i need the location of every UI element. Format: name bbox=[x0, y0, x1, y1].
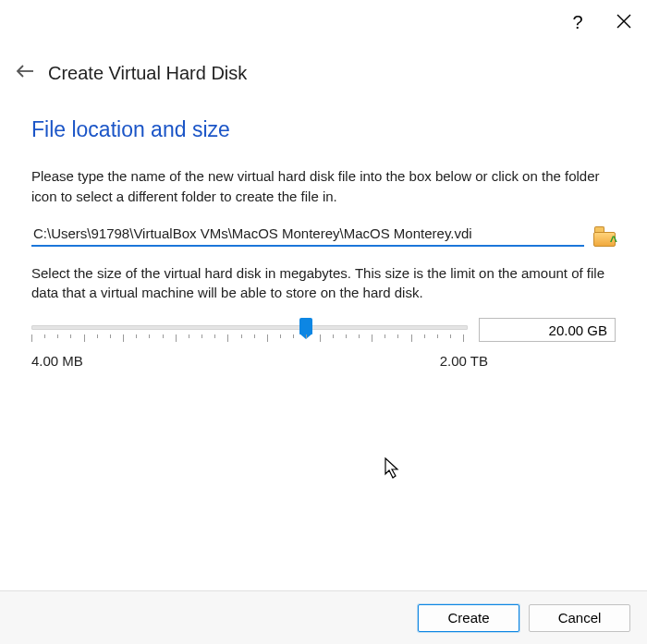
close-button[interactable] bbox=[614, 13, 634, 31]
size-max-label: 2.00 TB bbox=[440, 353, 488, 369]
section-title: File location and size bbox=[31, 117, 616, 142]
browse-folder-button[interactable]: ^ bbox=[593, 226, 616, 247]
size-instruction: Select the size of the virtual hard disk… bbox=[31, 263, 616, 304]
cursor-icon bbox=[385, 457, 403, 480]
size-slider[interactable] bbox=[31, 318, 468, 349]
slider-ticks bbox=[31, 334, 468, 342]
size-min-label: 4.00 MB bbox=[31, 353, 83, 369]
size-row bbox=[31, 318, 616, 349]
dialog-footer: Create Cancel bbox=[0, 590, 647, 644]
create-button[interactable]: Create bbox=[418, 604, 519, 632]
wizard-header: Create Virtual Hard Disk bbox=[0, 44, 647, 91]
slider-labels: 4.00 MB 2.00 TB bbox=[31, 353, 616, 369]
svg-marker-3 bbox=[385, 458, 397, 478]
location-instruction: Please type the name of the new virtual … bbox=[31, 166, 616, 207]
content-area: File location and size Please type the n… bbox=[0, 91, 647, 369]
file-path-input[interactable] bbox=[31, 222, 584, 247]
arrow-left-icon bbox=[15, 63, 35, 79]
slider-thumb[interactable] bbox=[299, 318, 312, 334]
size-input[interactable] bbox=[479, 318, 616, 342]
cancel-button[interactable]: Cancel bbox=[529, 604, 630, 632]
file-path-row: ^ bbox=[31, 222, 616, 247]
close-icon bbox=[616, 14, 631, 29]
wizard-title: Create Virtual Hard Disk bbox=[48, 63, 247, 84]
title-bar: ? bbox=[0, 0, 647, 44]
back-button[interactable] bbox=[15, 63, 35, 84]
help-button[interactable]: ? bbox=[568, 13, 588, 31]
